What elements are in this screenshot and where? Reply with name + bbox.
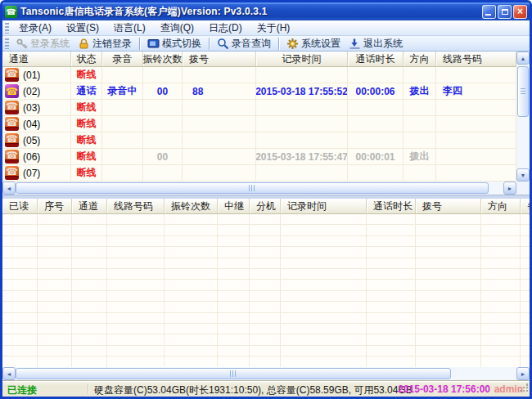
connection-status: 已连接 [7, 383, 37, 397]
horizontal-scroll-track-bottom[interactable] [16, 367, 516, 380]
toolbar-button-label: 模式切换 [162, 37, 201, 51]
vertical-scrollbar[interactable]: ▲ ▼ [516, 52, 530, 182]
cell-duration [348, 67, 404, 83]
disk-capacity-text: 硬盘容量(C)53.04GB(时长1931:10:50), 总容量(C)58.5… [94, 383, 413, 397]
horizontal-scroll-track-top[interactable] [16, 182, 503, 195]
menu-item-5[interactable]: 日志(D) [201, 20, 250, 37]
cell-record [102, 100, 143, 115]
record-column-header-12[interactable]: 备注 [521, 199, 530, 214]
close-button[interactable]: × [513, 5, 527, 19]
menu-item-6[interactable]: 关于(H) [250, 20, 298, 37]
scroll-up-icon[interactable]: ▲ [516, 52, 530, 65]
channel-number: (03) [23, 102, 40, 114]
window-controls: × [482, 5, 527, 19]
phone-offline-icon: ☎ [5, 166, 19, 180]
toolbar-button-1[interactable]: 登录系统 [11, 36, 74, 52]
resize-grip[interactable] [520, 383, 529, 392]
channel-column-header-2[interactable]: 状态 [71, 52, 102, 67]
phone-offline-icon: ☎ [5, 133, 19, 147]
cell-status: 断线 [71, 100, 102, 115]
record-column-header-4[interactable]: 线路号码 [107, 199, 165, 214]
channel-row-4[interactable]: ☎(04)断线 [2, 116, 530, 132]
channel-row-2[interactable]: ☎(02)通话录音中00882015-03-18 17:55:5200:00:0… [2, 83, 530, 100]
scroll-left-icon[interactable]: ◄ [2, 367, 16, 380]
channel-row-7[interactable]: ☎(07)断线 [2, 165, 530, 182]
toolbar-button-5[interactable]: 系统设置 [282, 36, 345, 52]
scroll-down-icon[interactable]: ▼ [516, 168, 530, 182]
toolbar-button-label: 系统设置 [301, 37, 340, 51]
channel-row-5[interactable]: ☎(05)断线 [2, 132, 530, 149]
channel-cell: ☎(05) [2, 132, 71, 148]
phone-offline-icon: ☎ [5, 101, 19, 114]
channel-column-header-6[interactable]: 记录时间 [256, 52, 348, 67]
channel-table-header: 通道状态录音振铃次数拨号记录时间通话时长方向线路号码 [2, 52, 530, 67]
record-column-header-11[interactable]: 方向 [481, 199, 521, 214]
titlebar[interactable]: ☎ Tansonic唐信电话录音系统(客户端)Version: Pv3.0.3.… [2, 2, 530, 20]
channel-cell: ☎(02) [2, 83, 71, 99]
cell-rings [143, 67, 183, 83]
horizontal-scrollbar-top[interactable]: ◄ ► [2, 182, 516, 195]
settings-gear-icon [286, 38, 299, 50]
menu-item-1[interactable]: 登录(A) [11, 20, 59, 37]
menu-item-4[interactable]: 查询(Q) [153, 20, 201, 37]
channel-column-header-9[interactable]: 线路号码 [436, 52, 516, 67]
channel-column-header-7[interactable]: 通话时长 [348, 52, 404, 67]
toolbar-button-6[interactable]: 退出系统 [345, 36, 407, 52]
cell-direction [404, 116, 436, 132]
toolbar-button-2[interactable]: 注销登录 [74, 36, 136, 52]
menu-item-2[interactable]: 设置(S) [59, 20, 106, 37]
vertical-scroll-track[interactable] [516, 65, 530, 168]
channel-row-1[interactable]: ☎(01)断线 [2, 67, 530, 83]
toolbar-separator [209, 38, 210, 50]
toolbar-button-3[interactable]: 模式切换 [143, 36, 205, 52]
record-column-header-8[interactable]: 记录时间 [281, 199, 367, 214]
record-column-header-6[interactable]: 中继 [218, 199, 250, 214]
record-column-header-2[interactable]: 序号 [38, 199, 72, 214]
minimize-button[interactable] [482, 5, 496, 19]
record-column-header-1[interactable]: 已读 [2, 199, 38, 214]
status-datetime: 2015-03-18 17:56:00 [398, 383, 490, 395]
menu-item-3[interactable]: 语言(L) [106, 20, 153, 37]
status-username: admin [494, 383, 523, 395]
cell-line [436, 165, 516, 181]
channel-column-header-8[interactable]: 方向 [404, 52, 436, 67]
horizontal-scroll-thumb-bottom[interactable] [16, 368, 451, 379]
cell-line [436, 149, 516, 164]
channel-column-header-1[interactable]: 通道 [2, 52, 71, 67]
scroll-left-icon[interactable]: ◄ [2, 182, 16, 195]
cell-line [436, 67, 516, 83]
vertical-scroll-thumb[interactable] [517, 66, 529, 117]
channel-row-6[interactable]: ☎(06)断线002015-03-18 17:55:4700:00:01拨出 [2, 149, 530, 165]
cell-time: 2015-03-18 17:55:47 [256, 149, 348, 164]
channel-table: 通道状态录音振铃次数拨号记录时间通话时长方向线路号码 ☎(01)断线☎(02)通… [2, 52, 530, 195]
cell-time [256, 116, 348, 132]
statusbar: 已连接 硬盘容量(C)53.04GB(时长1931:10:50), 总容量(C)… [2, 380, 530, 397]
grid-line [480, 214, 481, 367]
record-column-header-3[interactable]: 通道 [72, 199, 107, 214]
channel-column-header-4[interactable]: 振铃次数 [143, 52, 183, 67]
cell-time [256, 100, 348, 115]
cell-rings [143, 165, 183, 181]
cell-direction [404, 132, 436, 148]
scroll-right-icon[interactable]: ► [503, 182, 516, 195]
grid-line [71, 214, 72, 367]
record-column-header-7[interactable]: 分机 [250, 199, 281, 214]
cell-record [102, 149, 143, 164]
horizontal-scroll-thumb-top[interactable] [16, 182, 489, 194]
cell-line [436, 100, 516, 115]
toolbar-button-label: 录音查询 [232, 37, 271, 51]
cell-line [436, 116, 516, 132]
toolbar-button-4[interactable]: 录音查询 [213, 36, 275, 52]
channel-column-header-3[interactable]: 录音 [102, 52, 143, 67]
cell-record [102, 132, 143, 148]
scroll-right-icon[interactable]: ► [516, 367, 530, 380]
toolbar-button-label: 注销登录 [92, 37, 132, 51]
grid-line [106, 214, 107, 367]
record-column-header-9[interactable]: 通话时长 [367, 199, 416, 214]
maximize-button[interactable] [498, 5, 512, 19]
channel-column-header-5[interactable]: 拨号 [183, 52, 256, 67]
record-column-header-5[interactable]: 振铃次数 [165, 199, 218, 214]
record-column-header-10[interactable]: 拨号 [416, 199, 481, 214]
horizontal-scrollbar-bottom[interactable]: ◄ ► [2, 367, 530, 380]
channel-row-3[interactable]: ☎(03)断线 [2, 100, 530, 116]
